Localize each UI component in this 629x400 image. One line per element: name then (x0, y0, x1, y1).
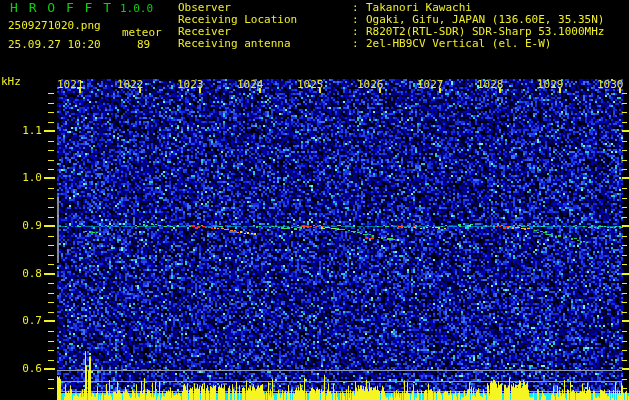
info-separator: : (352, 38, 359, 50)
hrofft-window: H R O F F T 1.0.0 2509271020.png meteor … (0, 0, 629, 400)
time-tick-label: 1022 (117, 79, 144, 91)
time-tick-label: 1026 (357, 79, 384, 91)
freq-tick-label: 0.6 (14, 363, 42, 375)
time-tick-label: 1027 (417, 79, 444, 91)
freq-tick-label: 0.9 (14, 220, 42, 232)
output-filename: 2509271020.png (8, 20, 101, 32)
time-tick-label: 1023 (177, 79, 204, 91)
freq-tick-label: 0.7 (14, 315, 42, 327)
timestamp-label: 25.09.27 10:20 (8, 39, 101, 51)
freq-axis-unit: kHz (1, 76, 21, 88)
freq-tick-label: 0.8 (14, 268, 42, 280)
freq-tick-label: 1.0 (14, 172, 42, 184)
echo-count: 89 (137, 39, 150, 51)
info-value-receiving-antenna: 2el-HB9CV Vertical (el. E-W) (366, 38, 551, 50)
app-version: 1.0.0 (120, 3, 153, 15)
info-label-receiving-antenna: Receiving antenna (178, 38, 291, 50)
time-tick-label: 1024 (237, 79, 264, 91)
time-tick-label: 1028 (477, 79, 504, 91)
spectrogram-canvas (0, 0, 629, 400)
freq-tick-label: 1.1 (14, 125, 42, 137)
time-tick-label: 1025 (297, 79, 324, 91)
time-tick-label: 1030 (597, 79, 624, 91)
time-tick-label: 1021 (57, 79, 84, 91)
time-tick-label: 1029 (537, 79, 564, 91)
app-title: H R O F F T (10, 2, 113, 14)
